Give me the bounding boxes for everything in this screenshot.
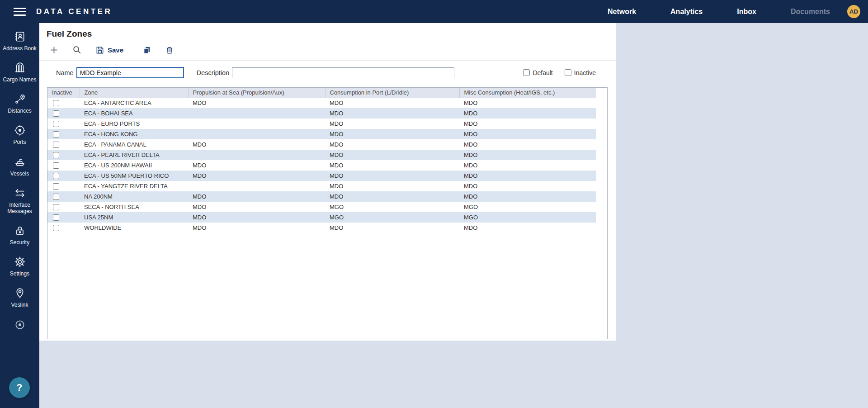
cell-inactive xyxy=(47,119,80,129)
row-inactive-checkbox[interactable] xyxy=(53,225,59,231)
table-row[interactable]: ECA - US 50NM PUERTO RICOMDOMDOMDO xyxy=(47,171,597,181)
column-header: Consumption in Port (L/D/Idle) xyxy=(325,88,459,98)
cell-inactive xyxy=(47,108,80,119)
top-bar: DATA CENTER NetworkAnalyticsInboxDocumen… xyxy=(0,0,868,23)
sidebar-item-veslink[interactable]: Veslink xyxy=(0,282,39,313)
cell-misc: MDO xyxy=(459,171,597,181)
security-icon xyxy=(14,225,26,237)
table-row[interactable]: NA 200NMMDOMDOMDO xyxy=(47,191,597,202)
cell-misc: MGO xyxy=(459,202,597,212)
cell-port: MDO xyxy=(325,139,459,150)
inactive-checkbox-wrap: Inactive xyxy=(565,69,596,76)
table-row[interactable]: ECA - YANGTZE RIVER DELTAMDOMDO xyxy=(47,181,597,191)
sidebar-item-distances[interactable]: Distances xyxy=(0,88,39,119)
search-button[interactable] xyxy=(71,44,84,56)
main-area: Fuel Zones Save xyxy=(39,0,868,341)
avatar[interactable]: AD xyxy=(847,5,860,18)
sidebar-item-label: Security xyxy=(10,239,29,246)
column-header: Zone xyxy=(80,88,188,98)
sidebar-item-cargo-names[interactable]: Cargo Names xyxy=(0,57,39,88)
delete-button[interactable] xyxy=(163,44,176,56)
nav-documents[interactable]: Documents xyxy=(791,8,830,16)
veslink-icon xyxy=(14,287,26,299)
sidebar-item-label: Ports xyxy=(13,139,26,145)
row-inactive-checkbox[interactable] xyxy=(53,214,59,221)
cell-zone: ECA - US 200NM HAWAII xyxy=(80,160,188,171)
interface-messages-icon xyxy=(14,187,26,199)
cell-propulsion xyxy=(188,129,325,139)
save-icon xyxy=(95,46,104,55)
table-row[interactable]: ECA - PEARL RIVER DELTAMDOMDO xyxy=(47,150,597,160)
description-label: Description xyxy=(197,69,230,76)
cell-zone: ECA - HONG KONG xyxy=(80,129,188,139)
nav-network[interactable]: Network xyxy=(608,8,636,16)
name-input[interactable] xyxy=(76,67,184,78)
row-inactive-checkbox[interactable] xyxy=(53,110,59,117)
menu-icon[interactable] xyxy=(14,5,27,19)
cell-inactive xyxy=(47,191,80,202)
cell-port: MDO xyxy=(325,129,459,139)
cell-zone: ECA - BOHAI SEA xyxy=(80,108,188,119)
table-row[interactable]: WORLDWIDEMDOMDOMDO xyxy=(47,223,597,233)
cell-inactive xyxy=(47,223,80,233)
row-inactive-checkbox[interactable] xyxy=(53,162,59,169)
sidebar-item-ports[interactable]: Ports xyxy=(0,119,39,151)
nav-inbox[interactable]: Inbox xyxy=(737,8,756,16)
cell-propulsion xyxy=(188,181,325,191)
copy-icon xyxy=(142,46,151,55)
table-row[interactable]: ECA - US 200NM HAWAIIMDOMDOMDO xyxy=(47,160,597,171)
table-row[interactable]: ECA - ANTARCTIC AREAMDOMDOMDO xyxy=(47,98,597,108)
page-title: Fuel Zones xyxy=(39,23,616,39)
sidebar-item-partial[interactable] xyxy=(0,314,39,336)
cell-zone: ECA - PANAMA CANAL xyxy=(80,139,188,150)
sidebar-item-security[interactable]: Security xyxy=(0,220,39,251)
sidebar-item-settings[interactable]: Settings xyxy=(0,251,39,282)
row-inactive-checkbox[interactable] xyxy=(53,183,59,190)
sidebar-item-address-book[interactable]: Address Book xyxy=(0,26,39,57)
inactive-checkbox[interactable] xyxy=(565,69,571,76)
cell-misc: MDO xyxy=(459,223,597,233)
table-row[interactable]: USA 25NMMDOMGOMGO xyxy=(47,212,597,223)
cell-propulsion xyxy=(188,119,325,129)
cell-zone: ECA - EURO PORTS xyxy=(80,119,188,129)
table-row[interactable]: ECA - PANAMA CANALMDOMDOMDO xyxy=(47,139,597,150)
toolbar: Save xyxy=(39,39,616,61)
table-row[interactable]: SECA - NORTH SEAMDOMGOMGO xyxy=(47,202,597,212)
cell-port: MDO xyxy=(325,98,459,108)
row-inactive-checkbox[interactable] xyxy=(53,142,59,148)
table-row[interactable]: ECA - EURO PORTSMDOMDO xyxy=(47,119,597,129)
cell-misc: MDO xyxy=(459,150,597,160)
cell-misc: MDO xyxy=(459,160,597,171)
row-inactive-checkbox[interactable] xyxy=(53,152,59,158)
row-inactive-checkbox[interactable] xyxy=(53,121,59,127)
cell-propulsion: MDO xyxy=(188,139,325,150)
fuel-zone-form: Name Description Default Inactive xyxy=(39,61,616,85)
cell-propulsion: MDO xyxy=(188,160,325,171)
default-checkbox[interactable] xyxy=(523,69,530,76)
row-inactive-checkbox[interactable] xyxy=(53,100,59,106)
table-row[interactable]: ECA - BOHAI SEAMDOMDO xyxy=(47,108,597,119)
row-inactive-checkbox[interactable] xyxy=(53,194,59,200)
cell-port: MDO xyxy=(325,150,459,160)
row-inactive-checkbox[interactable] xyxy=(53,204,59,210)
row-inactive-checkbox[interactable] xyxy=(53,131,59,138)
sidebar-item-vessels[interactable]: Vessels xyxy=(0,151,39,182)
cell-port: MDO xyxy=(325,108,459,119)
table-row[interactable]: ECA - HONG KONGMDOMDO xyxy=(47,129,597,139)
row-inactive-checkbox[interactable] xyxy=(53,173,59,179)
fuel-zones-table-container: InactiveZonePropulsion at Sea (Propulsio… xyxy=(47,87,608,339)
default-checkbox-label: Default xyxy=(533,69,552,76)
description-input[interactable] xyxy=(232,67,454,78)
nav-analytics[interactable]: Analytics xyxy=(670,8,703,16)
help-button[interactable]: ? xyxy=(9,377,30,398)
cell-port: MDO xyxy=(325,160,459,171)
sidebar-item-interface-messages[interactable]: Interface Messages xyxy=(0,182,39,220)
cell-zone: WORLDWIDE xyxy=(80,223,188,233)
save-button[interactable]: Save xyxy=(94,44,125,56)
cell-port: MDO xyxy=(325,171,459,181)
copy-button[interactable] xyxy=(141,44,153,56)
default-checkbox-wrap: Default xyxy=(523,69,552,76)
cell-port: MDO xyxy=(325,181,459,191)
add-button[interactable] xyxy=(47,44,61,56)
cell-zone: ECA - ANTARCTIC AREA xyxy=(80,98,188,108)
